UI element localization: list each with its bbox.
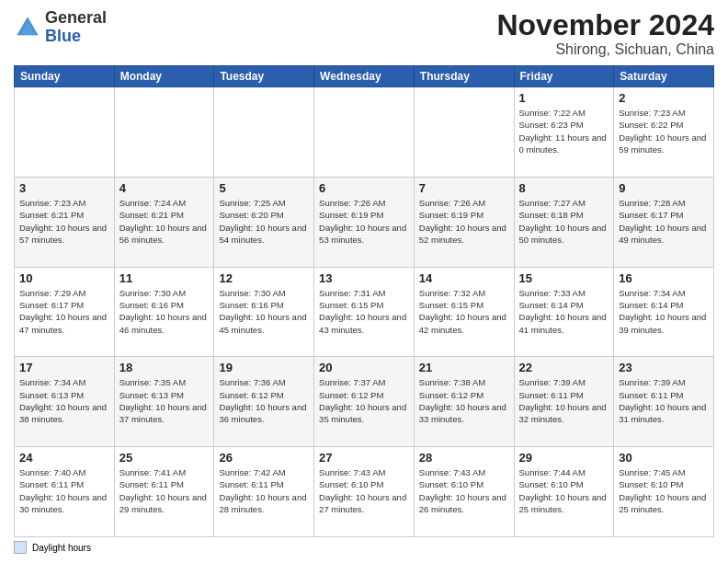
day-number: 8 (519, 181, 609, 195)
day-info: Sunrise: 7:24 AM Sunset: 6:21 PM Dayligh… (119, 197, 210, 246)
day-number: 19 (219, 361, 309, 374)
table-cell: 23Sunrise: 7:39 AM Sunset: 6:11 PM Dayli… (614, 357, 714, 447)
day-info: Sunrise: 7:26 AM Sunset: 6:19 PM Dayligh… (419, 197, 509, 246)
day-number: 3 (19, 181, 109, 195)
location: Shirong, Sichuan, China (496, 41, 714, 58)
day-number: 15 (519, 271, 609, 285)
day-number: 4 (119, 181, 210, 195)
day-info: Sunrise: 7:35 AM Sunset: 6:13 PM Dayligh… (119, 376, 210, 425)
table-cell: 18Sunrise: 7:35 AM Sunset: 6:13 PM Dayli… (114, 357, 214, 447)
table-cell: 22Sunrise: 7:39 AM Sunset: 6:11 PM Dayli… (514, 357, 614, 447)
table-cell: 2Sunrise: 7:23 AM Sunset: 6:22 PM Daylig… (614, 87, 714, 178)
month-title: November 2024 (496, 9, 714, 41)
legend: Daylight hours (14, 541, 714, 554)
day-info: Sunrise: 7:43 AM Sunset: 6:10 PM Dayligh… (419, 466, 509, 515)
table-cell: 27Sunrise: 7:43 AM Sunset: 6:10 PM Dayli… (314, 447, 415, 537)
table-cell (114, 87, 214, 178)
day-number: 11 (119, 271, 210, 285)
header: General Blue November 2024 Shirong, Sich… (14, 9, 714, 58)
table-row: 17Sunrise: 7:34 AM Sunset: 6:13 PM Dayli… (15, 357, 714, 447)
day-info: Sunrise: 7:30 AM Sunset: 6:16 PM Dayligh… (219, 287, 309, 336)
table-cell (214, 87, 314, 178)
table-cell: 3Sunrise: 7:23 AM Sunset: 6:21 PM Daylig… (15, 177, 115, 267)
day-info: Sunrise: 7:33 AM Sunset: 6:14 PM Dayligh… (519, 287, 609, 336)
table-cell: 28Sunrise: 7:43 AM Sunset: 6:10 PM Dayli… (414, 447, 514, 537)
day-info: Sunrise: 7:26 AM Sunset: 6:19 PM Dayligh… (319, 197, 409, 246)
table-cell: 16Sunrise: 7:34 AM Sunset: 6:14 PM Dayli… (614, 267, 714, 357)
table-cell: 5Sunrise: 7:25 AM Sunset: 6:20 PM Daylig… (214, 177, 314, 267)
day-number: 12 (219, 271, 309, 285)
day-number: 9 (619, 181, 709, 195)
col-thursday: Thursday (414, 66, 514, 87)
day-info: Sunrise: 7:22 AM Sunset: 6:23 PM Dayligh… (519, 107, 609, 155)
table-row: 3Sunrise: 7:23 AM Sunset: 6:21 PM Daylig… (15, 177, 714, 267)
calendar-header-row: Sunday Monday Tuesday Wednesday Thursday… (15, 66, 714, 87)
day-info: Sunrise: 7:38 AM Sunset: 6:12 PM Dayligh… (419, 376, 509, 425)
day-info: Sunrise: 7:30 AM Sunset: 6:16 PM Dayligh… (119, 287, 210, 336)
day-number: 22 (519, 361, 609, 374)
table-cell: 26Sunrise: 7:42 AM Sunset: 6:11 PM Dayli… (214, 447, 314, 537)
table-cell: 17Sunrise: 7:34 AM Sunset: 6:13 PM Dayli… (15, 357, 115, 447)
col-sunday: Sunday (15, 66, 115, 87)
day-number: 30 (619, 451, 709, 465)
day-number: 7 (419, 181, 509, 195)
day-number: 28 (419, 451, 509, 465)
day-info: Sunrise: 7:45 AM Sunset: 6:10 PM Dayligh… (619, 466, 709, 515)
table-row: 24Sunrise: 7:40 AM Sunset: 6:11 PM Dayli… (15, 447, 714, 537)
table-row: 1Sunrise: 7:22 AM Sunset: 6:23 PM Daylig… (15, 87, 714, 178)
table-cell: 24Sunrise: 7:40 AM Sunset: 6:11 PM Dayli… (15, 447, 115, 537)
day-info: Sunrise: 7:39 AM Sunset: 6:11 PM Dayligh… (619, 376, 709, 425)
day-info: Sunrise: 7:42 AM Sunset: 6:11 PM Dayligh… (219, 466, 309, 515)
day-number: 1 (519, 91, 609, 105)
col-saturday: Saturday (614, 66, 714, 87)
day-number: 21 (419, 361, 509, 374)
table-cell (414, 87, 514, 178)
table-cell: 20Sunrise: 7:37 AM Sunset: 6:12 PM Dayli… (314, 357, 415, 447)
day-number: 26 (219, 451, 309, 465)
table-cell: 21Sunrise: 7:38 AM Sunset: 6:12 PM Dayli… (414, 357, 514, 447)
day-number: 6 (319, 181, 409, 195)
day-info: Sunrise: 7:27 AM Sunset: 6:18 PM Dayligh… (519, 197, 609, 246)
table-cell: 19Sunrise: 7:36 AM Sunset: 6:12 PM Dayli… (214, 357, 314, 447)
day-number: 14 (419, 271, 509, 285)
day-number: 23 (619, 361, 709, 374)
day-info: Sunrise: 7:23 AM Sunset: 6:21 PM Dayligh… (19, 197, 109, 246)
day-info: Sunrise: 7:37 AM Sunset: 6:12 PM Dayligh… (319, 376, 409, 425)
day-info: Sunrise: 7:32 AM Sunset: 6:15 PM Dayligh… (419, 287, 509, 336)
day-info: Sunrise: 7:25 AM Sunset: 6:20 PM Dayligh… (219, 197, 309, 246)
table-cell: 29Sunrise: 7:44 AM Sunset: 6:10 PM Dayli… (514, 447, 614, 537)
table-row: 10Sunrise: 7:29 AM Sunset: 6:17 PM Dayli… (15, 267, 714, 357)
day-info: Sunrise: 7:34 AM Sunset: 6:14 PM Dayligh… (619, 287, 709, 336)
day-info: Sunrise: 7:34 AM Sunset: 6:13 PM Dayligh… (19, 376, 109, 425)
day-info: Sunrise: 7:39 AM Sunset: 6:11 PM Dayligh… (519, 376, 609, 425)
day-info: Sunrise: 7:28 AM Sunset: 6:17 PM Dayligh… (619, 197, 709, 246)
table-cell: 14Sunrise: 7:32 AM Sunset: 6:15 PM Dayli… (414, 267, 514, 357)
day-number: 25 (119, 451, 210, 465)
table-cell: 1Sunrise: 7:22 AM Sunset: 6:23 PM Daylig… (514, 87, 614, 178)
table-cell: 10Sunrise: 7:29 AM Sunset: 6:17 PM Dayli… (15, 267, 115, 357)
day-number: 17 (19, 361, 109, 374)
table-cell: 7Sunrise: 7:26 AM Sunset: 6:19 PM Daylig… (414, 177, 514, 267)
legend-box (14, 541, 27, 554)
day-info: Sunrise: 7:23 AM Sunset: 6:22 PM Dayligh… (619, 107, 709, 155)
day-info: Sunrise: 7:41 AM Sunset: 6:11 PM Dayligh… (119, 466, 210, 515)
day-info: Sunrise: 7:29 AM Sunset: 6:17 PM Dayligh… (19, 287, 109, 336)
col-wednesday: Wednesday (314, 66, 415, 87)
table-cell: 6Sunrise: 7:26 AM Sunset: 6:19 PM Daylig… (314, 177, 415, 267)
day-number: 13 (319, 271, 409, 285)
table-cell: 8Sunrise: 7:27 AM Sunset: 6:18 PM Daylig… (514, 177, 614, 267)
day-number: 16 (619, 271, 709, 285)
table-cell (15, 87, 115, 178)
logo-icon (14, 14, 41, 41)
day-info: Sunrise: 7:31 AM Sunset: 6:15 PM Dayligh… (319, 287, 409, 336)
day-number: 5 (219, 181, 309, 195)
day-info: Sunrise: 7:44 AM Sunset: 6:10 PM Dayligh… (519, 466, 609, 515)
day-number: 24 (19, 451, 109, 465)
day-info: Sunrise: 7:43 AM Sunset: 6:10 PM Dayligh… (319, 466, 409, 515)
table-cell: 4Sunrise: 7:24 AM Sunset: 6:21 PM Daylig… (114, 177, 214, 267)
day-number: 29 (519, 451, 609, 465)
table-cell: 11Sunrise: 7:30 AM Sunset: 6:16 PM Dayli… (114, 267, 214, 357)
day-number: 2 (619, 91, 709, 105)
legend-label: Daylight hours (32, 543, 91, 553)
day-number: 18 (119, 361, 210, 374)
